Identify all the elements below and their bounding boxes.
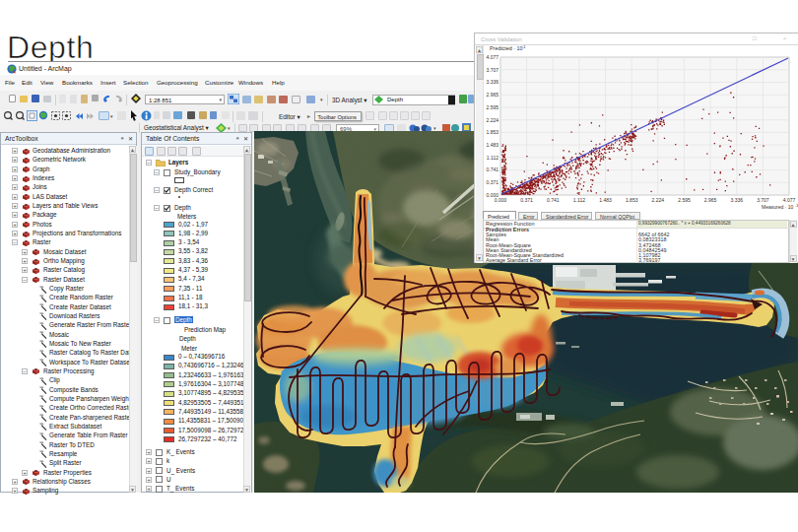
svg-text:1.483: 1.483 — [486, 142, 499, 148]
svg-text:2.965: 2.965 — [486, 92, 499, 98]
svg-text:1.483: 1.483 — [599, 197, 612, 203]
svg-text:2.595: 2.595 — [486, 104, 499, 110]
svg-text:3.707: 3.707 — [757, 197, 769, 203]
svg-text:1.112: 1.112 — [487, 155, 499, 161]
svg-text:-1: -1 — [522, 44, 526, 49]
svg-text:0.741: 0.741 — [486, 166, 499, 172]
svg-text:4.077: 4.077 — [486, 54, 499, 60]
svg-text:1.853: 1.853 — [626, 197, 638, 203]
svg-text:3.336: 3.336 — [731, 197, 744, 203]
svg-text:1.853: 1.853 — [486, 129, 499, 135]
svg-text:Predicted · 10: Predicted · 10 — [490, 45, 523, 51]
svg-text:2.595: 2.595 — [678, 197, 691, 203]
svg-text:0.371: 0.371 — [486, 179, 499, 185]
svg-text:1.112: 1.112 — [573, 197, 585, 203]
svg-text:0.371: 0.371 — [520, 197, 533, 203]
svg-text:3.336: 3.336 — [486, 79, 499, 85]
svg-text:0.000: 0.000 — [495, 197, 507, 203]
svg-text:Measured · 10: Measured · 10 — [762, 204, 793, 210]
svg-text:0.741: 0.741 — [547, 197, 560, 203]
svg-text:4.077: 4.077 — [783, 197, 796, 203]
svg-text:2.965: 2.965 — [704, 197, 717, 203]
svg-text:2.224: 2.224 — [486, 117, 499, 123]
svg-text:2.224: 2.224 — [652, 197, 665, 203]
svg-text:3.707: 3.707 — [486, 67, 499, 73]
